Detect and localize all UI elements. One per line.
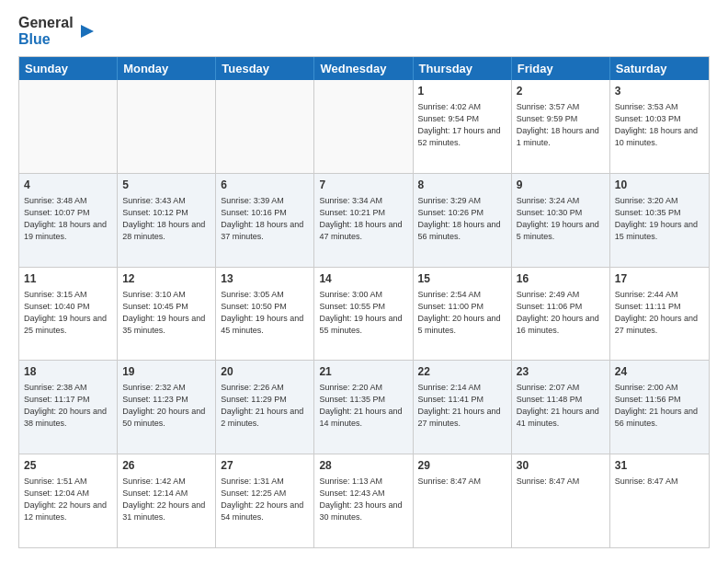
day-number: 3 (615, 84, 704, 99)
sun-info: Sunrise: 2:20 AMSunset: 11:35 PMDaylight… (319, 382, 407, 430)
table-row: 31Sunrise: 8:47 AM (610, 454, 709, 547)
table-row: 21Sunrise: 2:20 AMSunset: 11:35 PMDaylig… (314, 361, 413, 454)
day-number: 27 (221, 458, 309, 474)
day-number: 2 (517, 84, 605, 99)
table-row: 25Sunrise: 1:51 AMSunset: 12:04 AMDaylig… (19, 454, 118, 547)
day-number: 25 (24, 458, 112, 474)
cal-week-4: 18Sunrise: 2:38 AMSunset: 11:17 PMDaylig… (19, 360, 709, 454)
sun-info: Sunrise: 8:47 AM (517, 476, 605, 488)
sun-info: Sunrise: 2:07 AMSunset: 11:48 PMDaylight… (517, 382, 605, 430)
sun-info: Sunrise: 3:05 AMSunset: 10:50 PMDaylight… (221, 289, 309, 337)
sun-info: Sunrise: 4:02 AMSunset: 9:54 PMDaylight:… (418, 101, 506, 149)
day-number: 9 (517, 178, 605, 193)
day-number: 26 (122, 458, 210, 474)
table-row: 4Sunrise: 3:48 AMSunset: 10:07 PMDayligh… (19, 174, 118, 267)
logo-blue: Blue (18, 31, 74, 48)
day-number: 18 (24, 364, 112, 380)
sun-info: Sunrise: 3:34 AMSunset: 10:21 PMDaylight… (319, 195, 407, 243)
table-row (118, 80, 216, 173)
day-number: 20 (221, 364, 309, 380)
sun-info: Sunrise: 3:43 AMSunset: 10:12 PMDaylight… (122, 195, 210, 243)
cal-header-monday: Monday (118, 57, 216, 80)
sun-info: Sunrise: 3:48 AMSunset: 10:07 PMDaylight… (24, 195, 112, 243)
table-row: 14Sunrise: 3:00 AMSunset: 10:55 PMDaylig… (314, 268, 413, 361)
table-row: 23Sunrise: 2:07 AMSunset: 11:48 PMDaylig… (512, 361, 610, 454)
logo: General Blue (18, 15, 97, 47)
day-number: 7 (319, 178, 407, 193)
day-number: 10 (615, 178, 704, 193)
table-row: 22Sunrise: 2:14 AMSunset: 11:41 PMDaylig… (414, 361, 512, 454)
day-number: 4 (24, 178, 112, 193)
day-number: 19 (122, 364, 210, 380)
cal-week-1: 1Sunrise: 4:02 AMSunset: 9:54 PMDaylight… (19, 80, 709, 173)
day-number: 15 (418, 271, 506, 287)
cal-header-friday: Friday (512, 57, 610, 80)
cal-header-tuesday: Tuesday (216, 57, 314, 80)
table-row: 1Sunrise: 4:02 AMSunset: 9:54 PMDaylight… (414, 80, 512, 173)
logo-arrow-icon (77, 21, 97, 41)
day-number: 21 (319, 364, 407, 380)
table-row: 11Sunrise: 3:15 AMSunset: 10:40 PMDaylig… (19, 268, 118, 361)
table-row: 19Sunrise: 2:32 AMSunset: 11:23 PMDaylig… (118, 361, 216, 454)
sun-info: Sunrise: 3:15 AMSunset: 10:40 PMDaylight… (24, 289, 112, 337)
table-row: 2Sunrise: 3:57 AMSunset: 9:59 PMDaylight… (512, 80, 610, 173)
sun-info: Sunrise: 1:31 AMSunset: 12:25 AMDaylight… (221, 476, 309, 523)
table-row (19, 80, 118, 173)
calendar-body: 1Sunrise: 4:02 AMSunset: 9:54 PMDaylight… (19, 80, 709, 547)
day-number: 28 (319, 458, 407, 474)
cal-week-2: 4Sunrise: 3:48 AMSunset: 10:07 PMDayligh… (19, 173, 709, 267)
day-number: 6 (221, 178, 309, 193)
table-row: 9Sunrise: 3:24 AMSunset: 10:30 PMDayligh… (512, 174, 610, 267)
sun-info: Sunrise: 2:00 AMSunset: 11:56 PMDaylight… (615, 382, 704, 430)
sun-info: Sunrise: 3:00 AMSunset: 10:55 PMDaylight… (319, 289, 407, 337)
sun-info: Sunrise: 2:54 AMSunset: 11:00 PMDaylight… (418, 289, 506, 337)
table-row: 3Sunrise: 3:53 AMSunset: 10:03 PMDayligh… (610, 80, 709, 173)
sun-info: Sunrise: 3:57 AMSunset: 9:59 PMDaylight:… (517, 101, 605, 149)
sun-info: Sunrise: 3:53 AMSunset: 10:03 PMDaylight… (615, 101, 704, 149)
sun-info: Sunrise: 2:49 AMSunset: 11:06 PMDaylight… (517, 289, 605, 337)
table-row: 20Sunrise: 2:26 AMSunset: 11:29 PMDaylig… (216, 361, 314, 454)
sun-info: Sunrise: 8:47 AM (418, 476, 506, 488)
day-number: 31 (615, 458, 704, 474)
sun-info: Sunrise: 1:13 AMSunset: 12:43 AMDaylight… (319, 476, 407, 523)
table-row: 24Sunrise: 2:00 AMSunset: 11:56 PMDaylig… (610, 361, 709, 454)
table-row: 8Sunrise: 3:29 AMSunset: 10:26 PMDayligh… (414, 174, 512, 267)
calendar: SundayMondayTuesdayWednesdayThursdayFrid… (18, 56, 710, 548)
table-row: 12Sunrise: 3:10 AMSunset: 10:45 PMDaylig… (118, 268, 216, 361)
header: General Blue (18, 15, 710, 47)
table-row (314, 80, 413, 173)
table-row: 6Sunrise: 3:39 AMSunset: 10:16 PMDayligh… (216, 174, 314, 267)
day-number: 11 (24, 271, 112, 287)
table-row: 18Sunrise: 2:38 AMSunset: 11:17 PMDaylig… (19, 361, 118, 454)
sun-info: Sunrise: 3:10 AMSunset: 10:45 PMDaylight… (122, 289, 210, 337)
table-row: 7Sunrise: 3:34 AMSunset: 10:21 PMDayligh… (314, 174, 413, 267)
cal-week-3: 11Sunrise: 3:15 AMSunset: 10:40 PMDaylig… (19, 267, 709, 361)
sun-info: Sunrise: 3:20 AMSunset: 10:35 PMDaylight… (615, 195, 704, 243)
cal-week-5: 25Sunrise: 1:51 AMSunset: 12:04 AMDaylig… (19, 454, 709, 547)
table-row: 16Sunrise: 2:49 AMSunset: 11:06 PMDaylig… (512, 268, 610, 361)
day-number: 1 (418, 84, 506, 99)
sun-info: Sunrise: 1:51 AMSunset: 12:04 AMDaylight… (24, 476, 112, 523)
day-number: 30 (517, 458, 605, 474)
day-number: 16 (517, 271, 605, 287)
cal-header-wednesday: Wednesday (314, 57, 413, 80)
sun-info: Sunrise: 3:29 AMSunset: 10:26 PMDaylight… (418, 195, 506, 243)
cal-header-thursday: Thursday (414, 57, 512, 80)
sun-info: Sunrise: 1:42 AMSunset: 12:14 AMDaylight… (122, 476, 210, 523)
day-number: 5 (122, 178, 210, 193)
cal-header-sunday: Sunday (19, 57, 118, 80)
logo-general: General (18, 15, 74, 31)
sun-info: Sunrise: 2:38 AMSunset: 11:17 PMDaylight… (24, 382, 112, 430)
sun-info: Sunrise: 2:44 AMSunset: 11:11 PMDaylight… (615, 289, 704, 337)
table-row: 15Sunrise: 2:54 AMSunset: 11:00 PMDaylig… (414, 268, 512, 361)
table-row: 28Sunrise: 1:13 AMSunset: 12:43 AMDaylig… (314, 454, 413, 547)
sun-info: Sunrise: 3:39 AMSunset: 10:16 PMDaylight… (221, 195, 309, 243)
cal-header-saturday: Saturday (610, 57, 709, 80)
table-row: 30Sunrise: 8:47 AM (512, 454, 610, 547)
day-number: 22 (418, 364, 506, 380)
table-row: 10Sunrise: 3:20 AMSunset: 10:35 PMDaylig… (610, 174, 709, 267)
day-number: 12 (122, 271, 210, 287)
sun-info: Sunrise: 8:47 AM (615, 476, 704, 488)
day-number: 14 (319, 271, 407, 287)
day-number: 23 (517, 364, 605, 380)
